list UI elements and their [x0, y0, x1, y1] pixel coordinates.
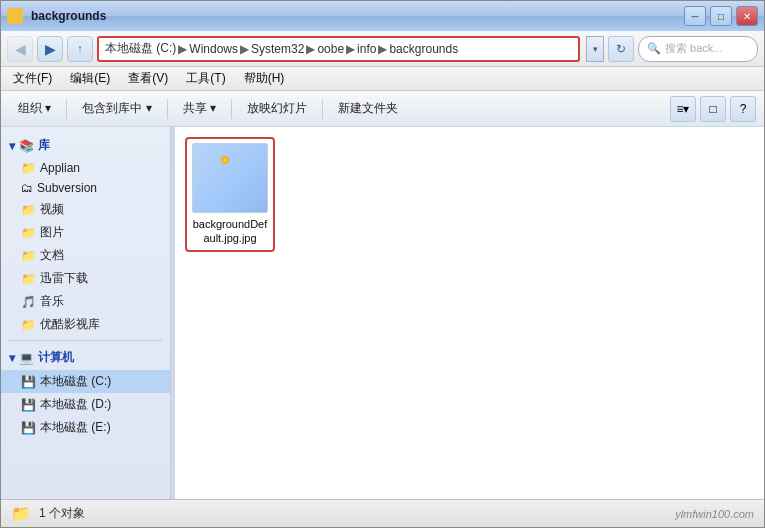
sidebar-item-label: 本地磁盘 (E:): [40, 419, 111, 436]
include-library-button[interactable]: 包含到库中 ▾: [73, 96, 160, 122]
new-folder-label: 新建文件夹: [338, 100, 398, 117]
chevron-down-icon: ▾: [9, 139, 15, 153]
status-count: 1 个对象: [39, 505, 85, 522]
refresh-button[interactable]: ↻: [608, 36, 634, 62]
sidebar-item-thunder[interactable]: 📁 迅雷下载: [1, 267, 170, 290]
file-thumbnail: [192, 143, 268, 213]
file-area[interactable]: backgroundDefault.jpg.jpg: [175, 127, 764, 499]
slideshow-label: 放映幻灯片: [247, 100, 307, 117]
path-info: info: [357, 42, 376, 56]
main-area: ▾ 📚 库 📁 Applian 🗂 Subversion 📁 视频: [1, 127, 764, 499]
file-item[interactable]: backgroundDefault.jpg.jpg: [185, 137, 275, 252]
menu-help[interactable]: 帮助(H): [236, 68, 293, 89]
sidebar-item-label: 音乐: [40, 293, 64, 310]
sidebar-item-video[interactable]: 📁 视频: [1, 198, 170, 221]
forward-button[interactable]: ▶: [37, 36, 63, 62]
menu-view[interactable]: 查看(V): [120, 68, 176, 89]
address-bar[interactable]: 本地磁盘 (C:) ▶ Windows ▶ System32 ▶ oobe ▶ …: [97, 36, 580, 62]
path-system32: System32: [251, 42, 304, 56]
path-backgrounds: backgrounds: [389, 42, 458, 56]
sidebar-item-music[interactable]: 🎵 音乐: [1, 290, 170, 313]
sidebar-item-pictures[interactable]: 📁 图片: [1, 221, 170, 244]
watermark: ylmfwin100.com: [675, 508, 754, 520]
chevron-down-icon: ▾: [9, 351, 15, 365]
sidebar-divider: [9, 340, 162, 341]
music-icon: 🎵: [21, 295, 36, 309]
sidebar-header-library[interactable]: ▾ 📚 库: [1, 133, 170, 158]
thumbnail-dot: [221, 156, 229, 164]
view-controls: ≡▾ □ ?: [670, 96, 756, 122]
sidebar-item-label: 文档: [40, 247, 64, 264]
folder-icon: 📁: [21, 203, 36, 217]
menu-edit[interactable]: 编辑(E): [62, 68, 118, 89]
window-icon: [7, 8, 23, 24]
up-button[interactable]: ↑: [67, 36, 93, 62]
sidebar-item-label: 优酷影视库: [40, 316, 100, 333]
close-button[interactable]: ✕: [736, 6, 758, 26]
view-toggle-button[interactable]: ≡▾: [670, 96, 696, 122]
folder-icon: 📁: [21, 161, 36, 175]
sidebar-section-library: ▾ 📚 库 📁 Applian 🗂 Subversion 📁 视频: [1, 133, 170, 336]
menu-tools[interactable]: 工具(T): [178, 68, 233, 89]
address-bar-row: ◀ ▶ ↑ 本地磁盘 (C:) ▶ Windows ▶ System32 ▶ o…: [1, 31, 764, 67]
share-label: 共享 ▾: [183, 100, 216, 117]
minimize-button[interactable]: ─: [684, 6, 706, 26]
back-button[interactable]: ◀: [7, 36, 33, 62]
path-root: 本地磁盘 (C:): [105, 40, 176, 57]
sidebar-item-drive-c[interactable]: 💾 本地磁盘 (C:): [1, 370, 170, 393]
window-title: backgrounds: [31, 9, 680, 23]
search-icon: 🔍: [647, 42, 661, 55]
sidebar-section-computer: ▾ 💻 计算机 💾 本地磁盘 (C:) 💾 本地磁盘 (D:) 💾 本地磁盘 (…: [1, 345, 170, 439]
separator-1: [66, 99, 67, 119]
organize-button[interactable]: 组织 ▾: [9, 96, 60, 122]
sidebar-item-label: 本地磁盘 (D:): [40, 396, 111, 413]
new-folder-button[interactable]: 新建文件夹: [329, 96, 407, 122]
address-dropdown-button[interactable]: ▾: [586, 36, 604, 62]
view-tiles-button[interactable]: □: [700, 96, 726, 122]
computer-icon: 💻: [19, 351, 34, 365]
path-windows: Windows: [189, 42, 238, 56]
sidebar-item-youku[interactable]: 📁 优酷影视库: [1, 313, 170, 336]
menu-bar: 文件(F) 编辑(E) 查看(V) 工具(T) 帮助(H): [1, 67, 764, 91]
slideshow-button[interactable]: 放映幻灯片: [238, 96, 316, 122]
folder-icon: 📁: [21, 272, 36, 286]
computer-label: 计算机: [38, 349, 74, 366]
folder-icon: 📁: [21, 318, 36, 332]
include-library-label: 包含到库中 ▾: [82, 100, 151, 117]
separator-4: [322, 99, 323, 119]
status-bar: 📁 1 个对象 ylmfwin100.com: [1, 499, 764, 527]
sidebar-item-subversion[interactable]: 🗂 Subversion: [1, 178, 170, 198]
maximize-button[interactable]: □: [710, 6, 732, 26]
path-oobe: oobe: [317, 42, 344, 56]
help-button[interactable]: ?: [730, 96, 756, 122]
organize-label: 组织 ▾: [18, 100, 51, 117]
title-bar: backgrounds ─ □ ✕: [1, 1, 764, 31]
search-placeholder: 搜索 back...: [665, 41, 722, 56]
sidebar-item-label: 视频: [40, 201, 64, 218]
search-box[interactable]: 🔍 搜索 back...: [638, 36, 758, 62]
folder-icon: 📁: [21, 226, 36, 240]
share-button[interactable]: 共享 ▾: [174, 96, 225, 122]
sidebar-item-label: 图片: [40, 224, 64, 241]
library-icon: 📚: [19, 139, 34, 153]
sidebar-item-drive-e[interactable]: 💾 本地磁盘 (E:): [1, 416, 170, 439]
sidebar-item-applian[interactable]: 📁 Applian: [1, 158, 170, 178]
drive-icon: 💾: [21, 375, 36, 389]
sidebar: ▾ 📚 库 📁 Applian 🗂 Subversion 📁 视频: [1, 127, 171, 499]
status-folder-icon: 📁: [11, 504, 31, 523]
command-bar: 组织 ▾ 包含到库中 ▾ 共享 ▾ 放映幻灯片 新建文件夹 ≡▾ □ ?: [1, 91, 764, 127]
drive-icon: 💾: [21, 398, 36, 412]
sidebar-item-documents[interactable]: 📁 文档: [1, 244, 170, 267]
folder-icon: 📁: [21, 249, 36, 263]
separator-3: [231, 99, 232, 119]
window: backgrounds ─ □ ✕ ◀ ▶ ↑ 本地磁盘 (C:) ▶ Wind…: [0, 0, 765, 528]
sidebar-item-label: Subversion: [37, 181, 97, 195]
sidebar-item-label: 本地磁盘 (C:): [40, 373, 111, 390]
file-name: backgroundDefault.jpg.jpg: [191, 217, 269, 246]
sidebar-item-drive-d[interactable]: 💾 本地磁盘 (D:): [1, 393, 170, 416]
sidebar-header-computer[interactable]: ▾ 💻 计算机: [1, 345, 170, 370]
separator-2: [167, 99, 168, 119]
folder-icon: 🗂: [21, 181, 33, 195]
menu-file[interactable]: 文件(F): [5, 68, 60, 89]
sidebar-item-label: Applian: [40, 161, 80, 175]
